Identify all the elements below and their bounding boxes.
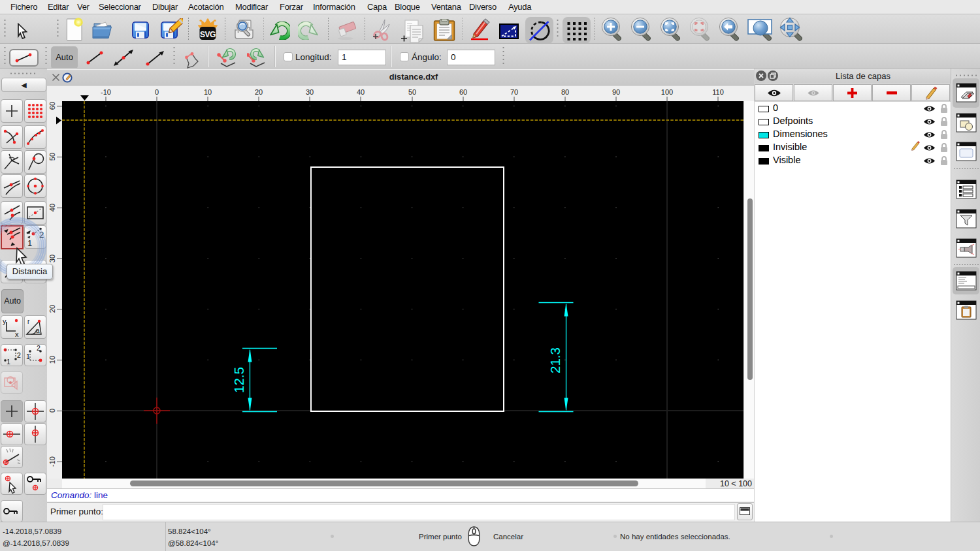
svg-text:40: 40 <box>357 88 365 96</box>
svg-text:10: 10 <box>48 356 56 364</box>
svg-text:40: 40 <box>48 204 56 212</box>
svg-text:a: a <box>36 327 40 334</box>
svg-text:r: r <box>27 318 30 325</box>
svg-text:-10: -10 <box>101 88 111 96</box>
svg-text:50: 50 <box>48 153 56 161</box>
svg-text:20: 20 <box>255 88 263 96</box>
svg-text:30: 30 <box>306 88 314 96</box>
svg-text:21.3: 21.3 <box>547 347 563 373</box>
svg-text:x: x <box>15 330 19 338</box>
svg-text:-10: -10 <box>48 456 56 467</box>
svg-text:80: 80 <box>561 88 569 96</box>
svg-text:0: 0 <box>155 88 159 96</box>
svg-text:20: 20 <box>48 305 56 313</box>
svg-text:90: 90 <box>612 88 620 96</box>
svg-text:12.5: 12.5 <box>231 367 246 393</box>
svg-text:10: 10 <box>204 88 212 96</box>
svg-text:70: 70 <box>510 88 518 96</box>
svg-text:60: 60 <box>459 88 467 96</box>
svg-text:1: 1 <box>7 358 10 366</box>
svg-text:50: 50 <box>408 88 416 96</box>
svg-text:0: 0 <box>48 409 56 413</box>
svg-text:y: y <box>3 317 7 325</box>
svg-text:100: 100 <box>661 88 673 96</box>
svg-text:2: 2 <box>17 351 21 359</box>
svg-text:60: 60 <box>48 102 56 110</box>
svg-text:2: 2 <box>37 345 41 352</box>
svg-text:1: 1 <box>26 353 30 360</box>
svg-text:SVG: SVG <box>200 30 216 39</box>
svg-text:110: 110 <box>712 88 724 96</box>
svg-text:30: 30 <box>48 255 56 262</box>
